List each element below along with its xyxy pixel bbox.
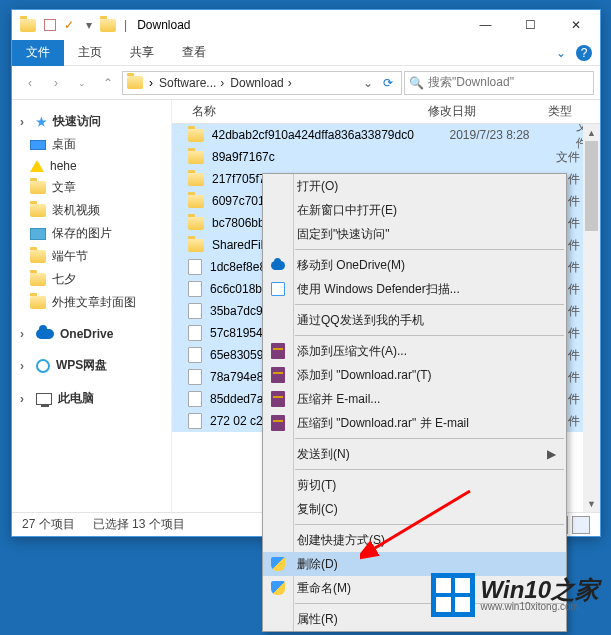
maximize-button[interactable]: ☐ <box>508 10 553 40</box>
close-button[interactable]: ✕ <box>553 10 598 40</box>
nav-thispc[interactable]: ›此电脑 <box>16 387 167 410</box>
onedrive-icon <box>271 261 285 270</box>
file-row[interactable]: 89a9f7167c文件 <box>172 146 600 168</box>
folder-icon <box>188 151 204 164</box>
file-icon <box>188 413 202 429</box>
status-count: 27 个项目 <box>22 516 75 533</box>
tab-view[interactable]: 查看 <box>168 40 220 66</box>
recent-dropdown[interactable]: ⌄ <box>70 71 94 95</box>
folder-icon <box>188 217 204 230</box>
file-icon <box>188 259 202 275</box>
nav-hehe[interactable]: hehe <box>16 156 167 176</box>
window-controls: — ☐ ✕ <box>463 10 598 40</box>
folder-icon <box>188 239 204 252</box>
scroll-up[interactable]: ▲ <box>583 124 600 141</box>
nav-qixi[interactable]: 七夕 <box>16 268 167 291</box>
vertical-scrollbar[interactable]: ▲ ▼ <box>583 124 600 512</box>
rar-icon <box>271 343 285 359</box>
menu-add-archive[interactable]: 添加到压缩文件(A)... <box>263 339 566 363</box>
nav-video[interactable]: 装机视频 <box>16 199 167 222</box>
folder-icon <box>100 19 116 32</box>
status-selected: 已选择 13 个项目 <box>93 516 185 533</box>
back-button[interactable]: ‹ <box>18 71 42 95</box>
search-box[interactable]: 🔍 搜索"Download" <box>404 71 594 95</box>
crumb-root-sep[interactable]: › <box>149 76 153 90</box>
defender-icon <box>271 282 285 296</box>
forward-button[interactable]: › <box>44 71 68 95</box>
watermark: Win10之家 www.win10xitong.com <box>431 573 599 617</box>
view-large-icon[interactable] <box>572 516 590 534</box>
nav-savedpics[interactable]: 保存的图片 <box>16 222 167 245</box>
menu-zip-email[interactable]: 压缩并 E-mail... <box>263 387 566 411</box>
navigation-bar: ‹ › ⌄ ⌃ › Software...› Download› ⌄ ⟳ 🔍 搜… <box>12 66 600 100</box>
rar-icon <box>271 367 285 383</box>
nav-covers[interactable]: 外推文章封面图 <box>16 291 167 314</box>
rar-icon <box>271 391 285 407</box>
menu-move-onedrive[interactable]: 移动到 OneDrive(M) <box>263 253 566 277</box>
file-row[interactable]: 42dbab2cf910a424dffa836a33879dc02019/7/2… <box>172 124 600 146</box>
up-button[interactable]: ⌃ <box>96 71 120 95</box>
ribbon-expand-icon[interactable]: ⌄ <box>556 46 566 60</box>
menu-zip-download-email[interactable]: 压缩到 "Download.rar" 并 E-mail <box>263 411 566 435</box>
tab-share[interactable]: 共享 <box>116 40 168 66</box>
menu-open-new-window[interactable]: 在新窗口中打开(E) <box>263 198 566 222</box>
nav-onedrive[interactable]: ›OneDrive <box>16 324 167 344</box>
address-dropdown[interactable]: ⌄ <box>363 76 373 90</box>
col-date[interactable]: 修改日期 <box>428 103 548 120</box>
titlebar[interactable]: ✓ ▾ | Download — ☐ ✕ <box>12 10 600 40</box>
shield-icon <box>271 581 285 595</box>
crumb-1[interactable]: Software...› <box>159 76 224 90</box>
qat-sep: | <box>124 18 127 32</box>
address-icon <box>127 76 143 89</box>
menu-defender-scan[interactable]: 使用 Windows Defender扫描... <box>263 277 566 301</box>
menu-add-download-rar[interactable]: 添加到 "Download.rar"(T) <box>263 363 566 387</box>
scroll-down[interactable]: ▼ <box>583 495 600 512</box>
col-type[interactable]: 类型 <box>548 103 600 120</box>
nav-desktop[interactable]: 桌面 <box>16 133 167 156</box>
column-headers[interactable]: 名称 修改日期 类型 <box>172 100 600 124</box>
tab-home[interactable]: 主页 <box>64 40 116 66</box>
nav-quick-access[interactable]: ›★快速访问 <box>16 110 167 133</box>
folder-icon <box>188 195 204 208</box>
menu-send-to[interactable]: 发送到(N)▶ <box>263 442 566 466</box>
windows-logo-icon <box>431 573 475 617</box>
search-icon: 🔍 <box>409 76 424 90</box>
menu-cut[interactable]: 剪切(T) <box>263 473 566 497</box>
col-name[interactable]: 名称 <box>172 103 428 120</box>
ribbon-tabs: 文件 主页 共享 查看 ⌄ ? <box>12 40 600 66</box>
crumb-2[interactable]: Download› <box>230 76 291 90</box>
refresh-button[interactable]: ⟳ <box>383 76 393 90</box>
minimize-button[interactable]: — <box>463 10 508 40</box>
submenu-arrow-icon: ▶ <box>547 447 556 461</box>
nav-articles[interactable]: 文章 <box>16 176 167 199</box>
file-icon <box>188 303 202 319</box>
menu-copy[interactable]: 复制(C) <box>263 497 566 521</box>
file-icon <box>188 325 202 341</box>
app-icon <box>20 19 36 32</box>
window-title: Download <box>137 18 190 32</box>
file-icon <box>188 369 202 385</box>
qat-icon-1[interactable] <box>44 19 56 31</box>
menu-open[interactable]: 打开(O) <box>263 174 566 198</box>
help-icon[interactable]: ? <box>576 45 592 61</box>
menu-create-shortcut[interactable]: 创建快捷方式(S) <box>263 528 566 552</box>
menu-pin-quick-access[interactable]: 固定到"快速访问" <box>263 222 566 246</box>
file-name: 89a9f7167c <box>212 150 444 164</box>
watermark-title: Win10之家 <box>481 578 599 602</box>
context-menu: 打开(O) 在新窗口中打开(E) 固定到"快速访问" 移动到 OneDrive(… <box>262 173 567 632</box>
qat-icon-2[interactable]: ✓ <box>64 18 78 32</box>
menu-qq-send[interactable]: 通过QQ发送到我的手机 <box>263 308 566 332</box>
tab-file[interactable]: 文件 <box>12 40 64 66</box>
watermark-url: www.win10xitong.com <box>481 602 599 612</box>
folder-icon <box>188 129 204 142</box>
file-icon <box>188 281 202 297</box>
address-bar[interactable]: › Software...› Download› ⌄ ⟳ <box>122 71 402 95</box>
nav-duanwu[interactable]: 端午节 <box>16 245 167 268</box>
file-name: 42dbab2cf910a424dffa836a33879dc0 <box>212 128 442 142</box>
file-icon <box>188 391 202 407</box>
navigation-pane[interactable]: ›★快速访问 桌面 hehe 文章 装机视频 保存的图片 端午节 七夕 外推文章… <box>12 100 172 512</box>
rar-icon <box>271 415 285 431</box>
scroll-thumb[interactable] <box>585 141 598 231</box>
qat-dropdown[interactable]: ▾ <box>86 18 92 32</box>
nav-wps[interactable]: ›WPS网盘 <box>16 354 167 377</box>
